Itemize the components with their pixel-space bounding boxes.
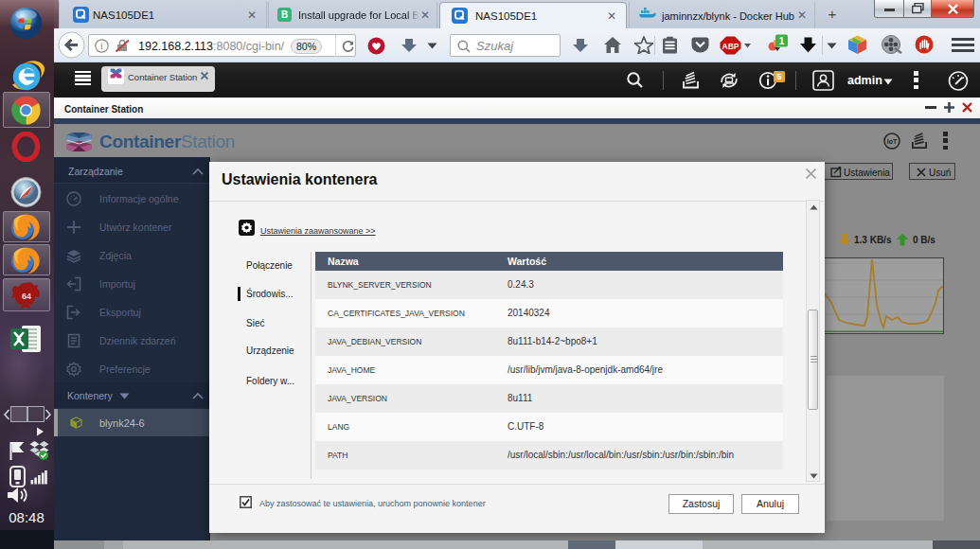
svg-text:B: B	[281, 9, 288, 20]
svg-text:IoT: IoT	[887, 138, 898, 145]
svg-text:1: 1	[779, 36, 785, 46]
svg-text:ABP: ABP	[722, 42, 739, 51]
svg-text:64: 64	[22, 292, 31, 301]
svg-text:5: 5	[776, 71, 782, 81]
svg-text:i: i	[100, 41, 103, 51]
